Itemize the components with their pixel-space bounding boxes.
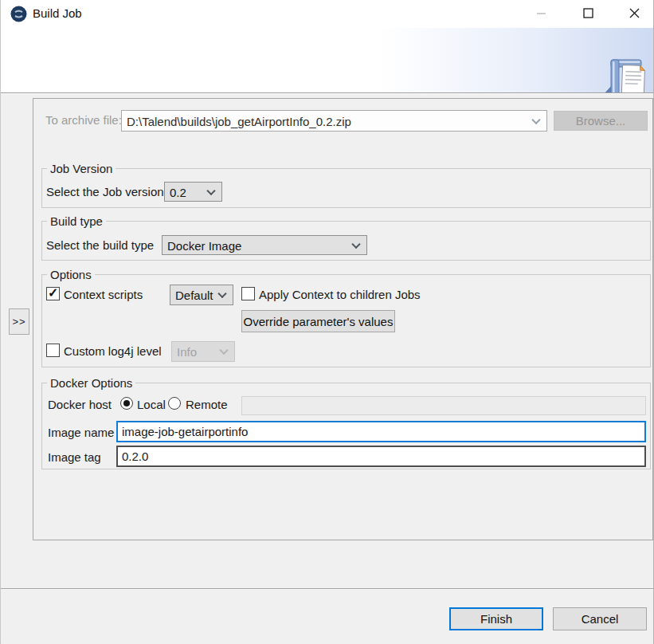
docker-options-group: Docker Options Docker host Local Remote …: [41, 383, 651, 469]
context-type-select[interactable]: Default: [170, 285, 233, 305]
build-type-legend: Build type: [47, 214, 106, 228]
docker-host-local-label: Local: [137, 398, 166, 411]
custom-log4j-label: Custom log4j level: [64, 344, 162, 358]
chevron-down-icon: [531, 115, 540, 124]
docker-host-remote-radio[interactable]: [168, 397, 181, 410]
dialog-body: >> To archive file: D:\Talend\builds\job…: [1, 94, 653, 644]
chevron-down-icon: [217, 289, 226, 298]
build-type-label: Select the build type: [46, 238, 154, 252]
options-group: Options Context scripts Default Apply Co…: [41, 274, 651, 367]
context-type-value: Default: [175, 289, 213, 302]
docker-host-input: [241, 396, 646, 415]
archive-path-value: D:\Talend\builds\job_getAirportInfo_0.2.…: [127, 114, 351, 128]
expand-panel-button[interactable]: >>: [9, 308, 29, 335]
job-version-legend: Job Version: [47, 162, 116, 175]
override-parameters-button[interactable]: Override parameter's values: [241, 310, 395, 332]
docker-host-local-radio[interactable]: [120, 397, 133, 410]
close-icon[interactable]: [616, 0, 652, 26]
titlebar: Build Job: [1, 0, 653, 28]
apply-context-label: Apply Context to children Jobs: [259, 288, 421, 301]
context-scripts-checkbox[interactable]: [46, 287, 60, 300]
chevron-down-icon: [351, 239, 360, 248]
cancel-button[interactable]: Cancel: [553, 607, 647, 630]
build-type-group: Build type Select the build type Docker …: [41, 221, 651, 261]
options-legend: Options: [47, 268, 95, 281]
image-tag-input[interactable]: [116, 446, 646, 467]
wizard-banner: [1, 28, 653, 92]
docker-options-legend: Docker Options: [47, 376, 135, 390]
build-type-select[interactable]: Docker Image: [162, 235, 367, 255]
chevron-down-icon: [206, 186, 215, 194]
job-version-select[interactable]: 0.2: [164, 182, 222, 202]
footer-separator: [1, 588, 653, 590]
custom-log4j-checkbox[interactable]: [46, 344, 60, 357]
job-version-value: 0.2: [170, 185, 186, 198]
finish-button[interactable]: Finish: [449, 607, 543, 630]
job-version-group: Job Version Select the Job version 0.2: [41, 168, 651, 208]
image-name-label: Image name: [48, 426, 114, 439]
talend-logo-icon: [10, 6, 27, 22]
docker-host-label: Docker host: [48, 398, 112, 411]
archive-file-label: To archive file:: [45, 113, 122, 127]
log4j-level-select: Info: [171, 341, 235, 362]
apply-context-checkbox[interactable]: [241, 287, 255, 300]
job-version-label: Select the Job version: [46, 185, 164, 198]
main-panel: To archive file: D:\Talend\builds\job_ge…: [33, 98, 653, 540]
browse-button: Browse...: [554, 111, 648, 131]
window-title: Build Job: [33, 6, 82, 20]
image-name-input[interactable]: [116, 421, 646, 442]
docker-host-remote-label: Remote: [186, 398, 228, 411]
image-tag-label: Image tag: [48, 450, 101, 464]
context-scripts-label: Context scripts: [64, 288, 143, 301]
minimize-icon: [523, 0, 559, 26]
maximize-icon[interactable]: [570, 0, 606, 26]
archive-path-combo[interactable]: D:\Talend\builds\job_getAirportInfo_0.2.…: [121, 110, 547, 132]
build-job-dialog: Build Job: [0, 0, 654, 644]
build-type-value: Docker Image: [167, 238, 241, 252]
archive-file-row: To archive file: D:\Talend\builds\job_ge…: [33, 110, 652, 132]
log4j-level-value: Info: [177, 345, 197, 359]
chevron-down-icon: [219, 346, 228, 355]
